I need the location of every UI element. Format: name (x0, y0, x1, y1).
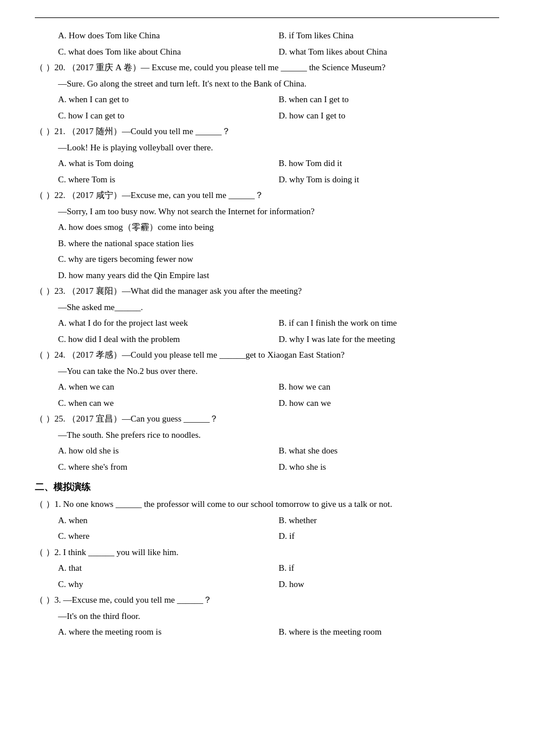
q20-c: C. how I can get to (58, 109, 279, 124)
q23-options-row1: A. what I do for the project last week B… (35, 316, 499, 331)
s3-prompt: （ ）3. —Excuse me, could you tell me ____… (35, 593, 499, 608)
q20-option-d: D. what Tom likes about China (279, 45, 499, 60)
q25-c: C. where she's from (58, 460, 279, 475)
q20-d: D. how can I get to (279, 109, 499, 124)
q25-reply: —The south. She prefers rice to noodles. (58, 428, 499, 443)
s2-d: D. how (279, 577, 499, 592)
q21-a: A. what is Tom doing (58, 156, 279, 171)
section2-header: 二、模拟演练 (35, 479, 499, 495)
q22-c: C. why are tigers becoming fewer now (58, 252, 499, 267)
q21-b: B. how Tom did it (279, 156, 499, 171)
s1-b: B. whether (279, 513, 499, 528)
q21-reply: —Look! He is playing volleyball over the… (58, 141, 499, 156)
top-divider (35, 17, 499, 18)
q24-reply: —You can take the No.2 bus over there. (58, 364, 499, 379)
content-area: A. How does Tom like China B. if Tom lik… (35, 28, 499, 640)
q23-prompt: （ ）23. （2017 襄阳）—What did the manager as… (35, 284, 499, 299)
q23-b: B. if can I finish the work on time (279, 316, 499, 331)
q25-options-row1: A. how old she is B. what she does (35, 444, 499, 459)
q22-reply: —Sorry, I am too busy now. Why not searc… (58, 204, 499, 219)
s3-options-row1: A. where the meeting room is B. where is… (35, 625, 499, 640)
q24-options-row2: C. when can we D. how can we (35, 396, 499, 411)
s2-b: B. if (279, 561, 499, 576)
q21-options-row2: C. where Tom is D. why Tom is doing it (35, 172, 499, 188)
q24-prompt: （ ）24. （2017 孝感）—Could you please tell m… (35, 348, 499, 363)
q21-options-row1: A. what is Tom doing B. how Tom did it (35, 156, 499, 171)
q20-a: A. when I can get to (58, 92, 279, 107)
q20-option-b: B. if Tom likes China (279, 28, 499, 44)
q24-b: B. how we can (279, 380, 499, 395)
q20-options-row2: C. how I can get to D. how can I get to (35, 109, 499, 124)
s2-prompt: （ ）2. I think ______ you will like him. (35, 545, 499, 560)
q25-d: D. who she is (279, 460, 499, 475)
page: A. How does Tom like China B. if Tom lik… (0, 0, 534, 756)
s1-a: A. when (58, 513, 279, 528)
s3-b: B. where is the meeting room (279, 625, 499, 640)
q24-d: D. how can we (279, 396, 499, 411)
s2-a: A. that (58, 561, 279, 576)
q22-d: D. how many years did the Qin Empire las… (58, 268, 499, 283)
q20-option-c: C. what does Tom like about China (58, 45, 279, 60)
q24-c: C. when can we (58, 396, 279, 411)
q24-a: A. when we can (58, 380, 279, 395)
q22-prompt: （ ）22. （2017 咸宁）—Excuse me, can you tell… (35, 188, 499, 203)
q25-options-row2: C. where she's from D. who she is (35, 460, 499, 475)
q20-b: B. when can I get to (279, 92, 499, 107)
q21-d: D. why Tom is doing it (279, 172, 499, 188)
q25-prompt: （ ）25. （2017 宜昌）—Can you guess ______？ (35, 412, 499, 427)
q25-b: B. what she does (279, 444, 499, 459)
q20-prompt: （ ）20. （2017 重庆 A 卷）— Excuse me, could y… (35, 60, 499, 75)
q20-top-options: A. How does Tom like China B. if Tom lik… (35, 28, 499, 44)
s2-options-row2: C. why D. how (35, 577, 499, 592)
q20-top-options2: C. what does Tom like about China D. wha… (35, 45, 499, 60)
s3-a: A. where the meeting room is (58, 625, 279, 640)
q24-options-row1: A. when we can B. how we can (35, 380, 499, 395)
s2-c: C. why (58, 577, 279, 592)
q23-options-row2: C. how did I deal with the problem D. wh… (35, 332, 499, 347)
q25-a: A. how old she is (58, 444, 279, 459)
q23-d: D. why I was late for the meeting (279, 332, 499, 347)
s1-options-row2: C. where D. if (35, 529, 499, 544)
q22-a: A. how does smog（零霾）come into being (58, 220, 499, 235)
s1-d: D. if (279, 529, 499, 544)
q21-prompt: （ ）21. （2017 随州）—Could you tell me _____… (35, 124, 499, 139)
s1-prompt: （ ）1. No one knows ______ the professor … (35, 497, 499, 512)
q23-reply: —She asked me______. (58, 300, 499, 315)
q20-reply: —Sure. Go along the street and turn left… (58, 77, 499, 92)
q20-options-row1: A. when I can get to B. when can I get t… (35, 92, 499, 107)
q20-option-a: A. How does Tom like China (58, 28, 279, 44)
s1-c: C. where (58, 529, 279, 544)
q21-c: C. where Tom is (58, 172, 279, 188)
q22-b: B. where the national space station lies (58, 236, 499, 251)
s3-reply: —It's on the third floor. (58, 609, 499, 624)
s1-options-row1: A. when B. whether (35, 513, 499, 528)
q23-a: A. what I do for the project last week (58, 316, 279, 331)
s2-options-row1: A. that B. if (35, 561, 499, 576)
q23-c: C. how did I deal with the problem (58, 332, 279, 347)
